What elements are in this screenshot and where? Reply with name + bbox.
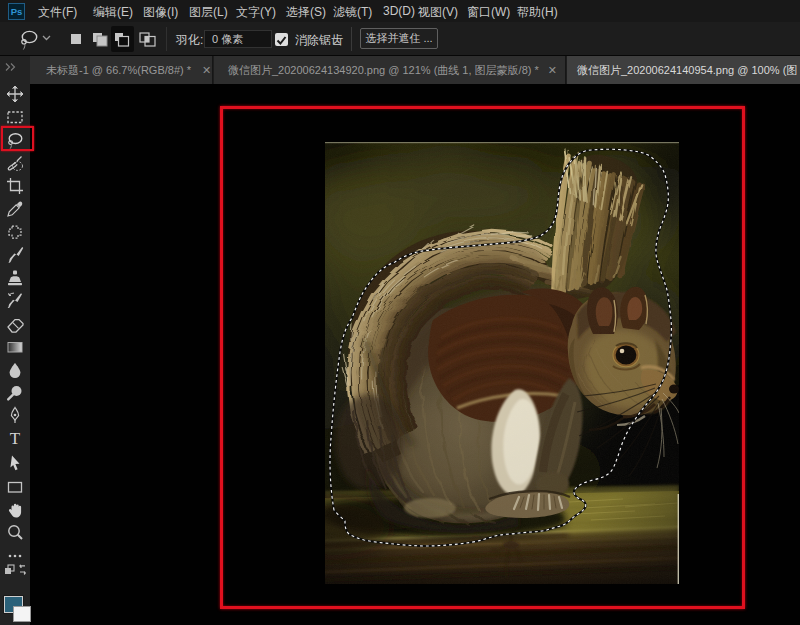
svg-text:T: T (10, 429, 21, 447)
